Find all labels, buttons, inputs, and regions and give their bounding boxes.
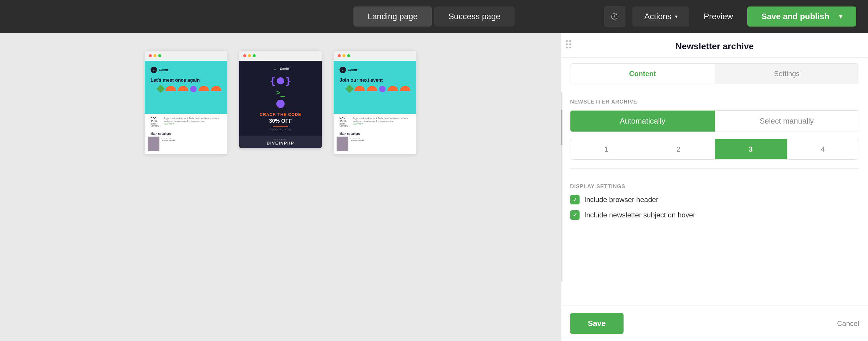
- checkbox-browser-header[interactable]: ✓: [570, 195, 580, 204]
- half-circle-shape2: [178, 86, 188, 91]
- preview-button[interactable]: Preview: [696, 6, 740, 27]
- card3-speaker-row: SESSION Josefin Saoirse: [334, 137, 416, 154]
- save-publish-label: Save and publish: [762, 12, 829, 21]
- number-selector: 1 2 3 4: [570, 139, 859, 160]
- history-icon: ⏱: [611, 12, 619, 22]
- chevron-down-icon: ▾: [675, 13, 678, 20]
- checkmark-icon-1: ✓: [573, 197, 577, 203]
- dot-green-icon-3: [347, 54, 350, 57]
- speaker-avatar-3: [337, 137, 348, 151]
- half-circle-shape4: [211, 86, 221, 91]
- card1-logo-text: Coniff: [159, 68, 168, 72]
- card3-date: NOV 11-14: [340, 117, 348, 123]
- save-publish-dropdown-icon[interactable]: ▾: [834, 13, 842, 20]
- history-button[interactable]: ⏱: [604, 6, 625, 27]
- display-settings-section: DISPLAY SETTINGS ✓ Include browser heade…: [570, 168, 859, 220]
- actions-button[interactable]: Actions ▾: [632, 6, 689, 27]
- number-option-1[interactable]: 1: [570, 139, 643, 159]
- card1-date-section: DEC 11-14 Berlin, Germany Biggest tech c…: [145, 114, 227, 130]
- email-card-3: ▲ Coniff Join our next event NOV 11-14: [334, 51, 416, 154]
- card1-date-info: DEC 11-14 Berlin, Germany: [151, 117, 159, 127]
- dot-red-icon-3: [338, 54, 341, 57]
- card2-dot: [276, 100, 285, 108]
- tab-landing-page[interactable]: Landing page: [353, 6, 432, 27]
- circle-shape: [190, 86, 197, 92]
- dot-red-icon-2: [243, 54, 246, 57]
- card2-purple-circle: [277, 77, 284, 84]
- number-option-2[interactable]: 2: [643, 139, 714, 159]
- card1-top: ▲ Coniff Let's meet once again: [145, 61, 227, 114]
- toggle-automatically[interactable]: Automatically: [570, 111, 715, 132]
- logo-icon-3: ▲: [340, 67, 346, 73]
- newsletter-archive-label: NEWSLETTER ARCHIVE: [570, 99, 859, 105]
- toggle-select-manually[interactable]: Select manually: [715, 111, 859, 132]
- half-circle-shape3: [198, 86, 209, 91]
- email-card-1: ▲ Coniff Let's meet once again DEC 1: [145, 51, 227, 154]
- card2-prompt: >_: [276, 89, 285, 97]
- drag-dot-row-1: [566, 40, 571, 42]
- card3-shapes: [340, 86, 410, 92]
- save-button[interactable]: Save: [570, 313, 624, 334]
- checkbox-row-browser-header: ✓ Include browser header: [570, 195, 859, 204]
- top-bar: Landing page Success page ⏱ Actions ▾ Pr…: [0, 0, 868, 33]
- display-settings-label: DISPLAY SETTINGS: [570, 183, 859, 190]
- actions-label: Actions: [644, 12, 671, 21]
- diamond-shape: [156, 84, 165, 93]
- right-panel: Newsletter archive Content Settings NEWS…: [561, 33, 868, 341]
- card3-half1: [354, 86, 365, 91]
- card2-code: DIVEINPHP: [245, 141, 316, 145]
- dot-yellow-icon-2: [248, 54, 251, 57]
- save-publish-button[interactable]: Save and publish ▾: [747, 6, 856, 27]
- card3-half3: [388, 86, 398, 91]
- card3-link[interactable]: RSVP now →: [353, 123, 410, 125]
- checkbox-newsletter-subject[interactable]: ✓: [570, 210, 580, 220]
- logo-icon-2: ▲: [272, 66, 278, 72]
- dot-yellow-icon-3: [342, 54, 345, 57]
- drag-dot-5: [566, 46, 568, 48]
- tab-success-page[interactable]: Success page: [434, 6, 515, 27]
- card1-speaker-row: SESSION Josefin Saoirse: [145, 137, 227, 154]
- cancel-button[interactable]: Cancel: [837, 319, 859, 328]
- card2-top: ▲ Coniff { } >_ CRACK THE CODE 30% OFF S…: [239, 61, 322, 136]
- panel-drag-handle[interactable]: [566, 40, 571, 48]
- drag-dot-3: [566, 43, 568, 45]
- card1-browser-bar: [145, 51, 227, 61]
- checkmark-icon-2: ✓: [573, 212, 577, 218]
- card2-browser-bar: [239, 51, 322, 61]
- card3-logo-text: Coniff: [348, 68, 357, 72]
- card1-description: Biggest tech conference in Berlin. Meet …: [164, 117, 221, 127]
- scroll-indicator: [561, 92, 562, 282]
- main-layout: ▲ Coniff Let's meet once again DEC 1: [0, 33, 868, 341]
- drag-dot-row-3: [566, 46, 571, 48]
- card1-speakers-label: Main speakers: [145, 130, 227, 137]
- card1-location: Berlin, Germany: [151, 123, 159, 127]
- panel-content: NEWSLETTER ARCHIVE Automatically Select …: [561, 90, 868, 226]
- checkbox-label-newsletter-subject: Include newsletter subject on hover: [584, 211, 695, 219]
- card2-starting: STARTING NOW: [270, 128, 291, 131]
- tab-content[interactable]: Content: [570, 64, 715, 84]
- checkbox-label-browser-header: Include browser header: [584, 196, 658, 204]
- card3-location: Berlin, Germany: [340, 123, 348, 127]
- email-card-2: ▲ Coniff { } >_ CRACK THE CODE 30% OFF S…: [239, 51, 322, 148]
- card1-link[interactable]: RSVP now →: [164, 123, 221, 125]
- card2-purple-open: {: [270, 75, 276, 87]
- panel-title: Newsletter archive: [561, 33, 868, 58]
- number-option-4[interactable]: 4: [787, 139, 859, 159]
- scroll-thumb: [561, 110, 562, 145]
- tab-group: Landing page Success page: [353, 6, 515, 27]
- card3-date-section: NOV 11-14 Berlin, Germany Biggest tech c…: [334, 114, 416, 130]
- card2-title: CRACK THE CODE: [260, 112, 302, 117]
- card2-purple-close: }: [285, 75, 291, 87]
- number-option-3[interactable]: 3: [715, 139, 787, 159]
- panel-scroll-area: NEWSLETTER ARCHIVE Automatically Select …: [561, 90, 868, 306]
- checkbox-row-newsletter-subject: ✓ Include newsletter subject on hover: [570, 210, 859, 220]
- panel-footer: Save Cancel: [561, 306, 868, 341]
- card3-top: ▲ Coniff Join our next event: [334, 61, 416, 114]
- card1-logo: ▲ Coniff: [151, 67, 221, 73]
- card3-half2: [367, 86, 377, 91]
- tab-settings[interactable]: Settings: [715, 64, 859, 84]
- logo-icon-1: ▲: [151, 67, 157, 73]
- card1-shapes: [151, 86, 221, 92]
- dot-green-icon: [158, 54, 161, 57]
- card2-bottom: Use code: DIVEINPHP: [239, 136, 322, 148]
